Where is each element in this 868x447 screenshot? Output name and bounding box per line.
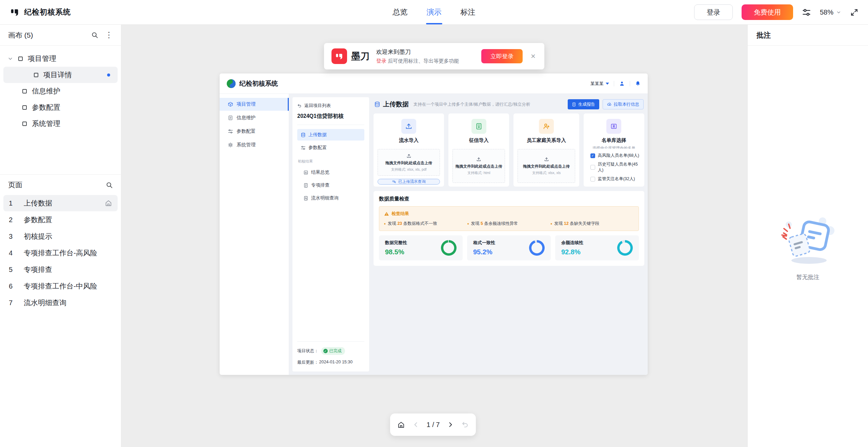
home-page-icon [105, 199, 112, 207]
back-to-projects[interactable]: 返回项目列表 [297, 103, 364, 109]
sliders-icon [228, 129, 233, 134]
card-title: 名单库选择 [588, 137, 640, 144]
content-title: 上传数据 [383, 100, 409, 109]
page-item-6[interactable]: 6 专项排查工作台-中风险 [3, 278, 118, 294]
page-item-1[interactable]: 1 上传数据 [3, 195, 118, 211]
sidebar-item-result-overview[interactable]: 结果总览 [300, 167, 364, 178]
content-header: 上传数据 支持在一个项目中上传多个主体/账户数据，进行汇总/独立分析 生成报告 … [374, 99, 644, 109]
login-now-button[interactable]: 立即登录 [481, 49, 523, 63]
page-item-2[interactable]: 2 参数配置 [3, 212, 118, 228]
metric-value: 98.5% [385, 248, 407, 256]
mockingbot-logo-icon [9, 7, 20, 17]
page-number: 1 [9, 199, 24, 207]
upload-icon [401, 119, 416, 134]
nav-item-info-maintenance[interactable]: 信息维护 [220, 111, 289, 124]
page-number: 2 [9, 216, 24, 224]
page-number: 6 [9, 282, 24, 290]
tree-item-project-management[interactable]: 项目管理 [3, 50, 118, 67]
nav-item-param-config[interactable]: 参数配置 [220, 125, 289, 138]
flow-dropzone[interactable]: 拖拽文件到此处或点击上传 支持格式: xlsx, xls, pdf [378, 149, 440, 176]
mockup-header-actions: 某某某 [590, 81, 641, 87]
caret-down-icon [606, 83, 609, 85]
cube-icon [228, 102, 233, 107]
upload-icon [406, 153, 411, 158]
close-icon[interactable]: × [528, 51, 538, 61]
updated-label: 最后更新： [297, 360, 319, 365]
search-icon[interactable] [106, 182, 113, 189]
nav-label: 参数配置 [237, 128, 256, 134]
frame-icon [21, 88, 28, 94]
user-icon[interactable] [619, 81, 625, 87]
page-item-3[interactable]: 3 初核提示 [3, 228, 118, 244]
fullscreen-icon[interactable] [850, 8, 859, 17]
undo-icon[interactable] [461, 421, 469, 428]
search-icon[interactable] [91, 31, 98, 39]
banner-title: 欢迎来到墨刀 [376, 48, 459, 56]
next-page-icon[interactable] [447, 421, 454, 428]
status-label: 项目状态： [297, 348, 319, 354]
donut-chart [617, 240, 633, 256]
updated-value: 2024-01-20 15:30 [319, 360, 353, 365]
preferences-icon[interactable] [802, 8, 811, 17]
checkbox-history-suspect-list[interactable]: 历史可疑人员名单(45人) [590, 162, 640, 173]
generate-report-button[interactable]: 生成报告 [568, 99, 599, 109]
username: 某某某 [590, 81, 604, 87]
metric-format-consistency: 格式一致性 95.2% [467, 235, 551, 260]
checkbox-icon [590, 165, 595, 170]
zoom-control[interactable]: 58% [820, 8, 841, 16]
metric-value: 92.8% [561, 248, 583, 256]
finding-count: 23 [397, 221, 402, 226]
annotation-panel: 批注 [747, 25, 868, 447]
family-dropzone[interactable]: 拖拽文件到此处或点击上传 支持格式: xlsx, xls [518, 149, 575, 183]
tab-overview[interactable]: 总览 [393, 0, 408, 24]
sidebar-item-param-config[interactable]: 参数配置 [297, 142, 364, 153]
uploaded-flow-query-button[interactable]: 已上传流水查询 [378, 179, 440, 185]
tab-annotate[interactable]: 标注 [461, 0, 476, 24]
card-title: 流水导入 [378, 137, 440, 144]
home-icon[interactable] [397, 421, 405, 429]
card-family-import: 员工家庭关系导入 Excel 模板上传员工家庭关系信息 拖拽文件到此处或点击上传… [513, 113, 579, 187]
more-options-icon[interactable]: ⋮ [105, 31, 113, 39]
login-button[interactable]: 登录 [694, 4, 733, 20]
nav-label: 系统管理 [237, 142, 256, 148]
page-item-5[interactable]: 5 专项排查 [3, 261, 118, 278]
checkbox-icon: ✓ [590, 153, 595, 158]
nav-item-system-management[interactable]: 系统管理 [220, 139, 289, 151]
user-menu[interactable]: 某某某 [590, 81, 609, 87]
nav-label: 信息维护 [237, 115, 256, 121]
checkbox-label: 历史可疑人员名单(45人) [598, 162, 640, 173]
page-item-7[interactable]: 7 流水明细查询 [3, 295, 118, 311]
quality-title: 数据质量检查 [379, 196, 639, 202]
tree-item-system-management[interactable]: 系统管理 [3, 115, 118, 132]
nav-item-project-management[interactable]: 项目管理 [220, 98, 289, 111]
editor-topbar: 纪检初核系统 总览 演示 标注 登录 免费使用 58% [0, 0, 868, 25]
checkbox-high-risk-list[interactable]: ✓ 高风险人员名单(68人) [590, 153, 640, 158]
tree-item-info-maintenance[interactable]: 信息维护 [3, 83, 118, 99]
tree-item-param-config[interactable]: 参数配置 [3, 99, 118, 115]
notification-bell-icon[interactable] [635, 81, 641, 87]
sidebar-item-upload-data[interactable]: 上传数据 [297, 129, 364, 141]
layers-sidebar: 画布 (5) ⋮ 项目管理 项目详情 信息维护 [0, 25, 121, 447]
checkbox-regulator-watch-list[interactable]: 监管关注名单(32人) [590, 176, 640, 182]
database-icon [301, 132, 306, 137]
tree-item-project-detail[interactable]: 项目详情 [3, 67, 118, 83]
return-icon [297, 104, 302, 108]
prev-page-icon[interactable] [412, 421, 419, 428]
page-label: 流水明细查询 [24, 298, 66, 307]
sidebar-item-flow-detail-query[interactable]: 流水明细查询 [300, 192, 364, 204]
content-subtitle: 支持在一个项目中上传多个主体/账户数据，进行汇总/独立分析 [413, 102, 530, 107]
free-use-button[interactable]: 免费使用 [742, 4, 793, 20]
upload-icon [544, 157, 549, 162]
check-circle-icon: ✓ [323, 349, 328, 353]
page-item-4[interactable]: 4 专项排查工作台-高风险 [3, 245, 118, 261]
credit-dropzone[interactable]: 拖拽文件到此处或点击上传 支持格式: html [452, 149, 505, 183]
login-link[interactable]: 登录 [376, 58, 386, 64]
chevron-down-icon[interactable] [7, 56, 13, 62]
upload-icon [476, 157, 481, 162]
pull-bank-info-button[interactable]: 拉取本行信息 [603, 99, 644, 109]
finding-count: 5 [481, 221, 483, 226]
sidebar-item-special-check[interactable]: 专项排查 [300, 179, 364, 191]
tab-present[interactable]: 演示 [427, 0, 442, 24]
finding-missing-fields: 发现 12 条缺失关键字段 [550, 221, 634, 227]
donut-chart [529, 240, 545, 256]
